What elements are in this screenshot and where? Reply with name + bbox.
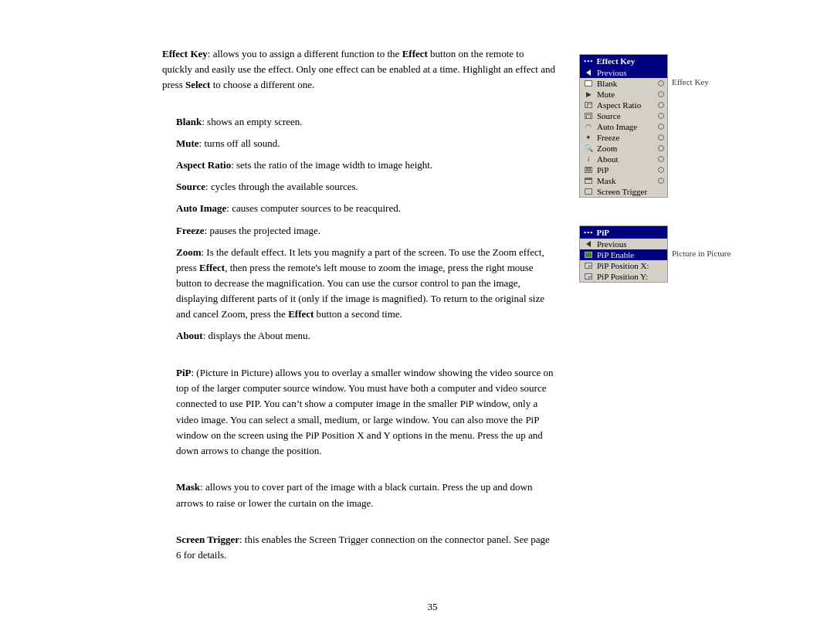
aspect-ratio-text: : sets the ratio of the image width to i… bbox=[231, 159, 432, 171]
pip-posy-label: PiP Position Y: bbox=[597, 272, 648, 281]
mask-radio bbox=[658, 178, 664, 184]
pip-menu-item-previous[interactable]: Previous bbox=[580, 239, 667, 249]
pip-menu-icon bbox=[583, 165, 594, 175]
menu-item-zoom[interactable]: 🔍 Zoom bbox=[580, 143, 667, 154]
previous-label: Previous bbox=[597, 68, 627, 77]
pip-radio bbox=[658, 167, 664, 173]
pip-posx-label: PiP Position X: bbox=[597, 261, 649, 270]
menu-dots: ••• bbox=[584, 57, 593, 65]
blank-bold: Blank bbox=[176, 116, 202, 127]
mask-bold: Mask bbox=[176, 481, 200, 493]
page-number: 35 bbox=[162, 601, 703, 613]
pip-arrow-left-icon bbox=[583, 239, 594, 249]
pip-menu: ••• PiP Previous bbox=[579, 225, 668, 283]
mute-text: : turns off all sound. bbox=[199, 137, 280, 149]
source-text: : cycles through the available sources. bbox=[205, 181, 358, 192]
pip-menu-item-posy[interactable]: PiP Position Y: bbox=[580, 271, 667, 282]
screen-trigger-bold: Screen Trigger bbox=[176, 534, 239, 545]
screentrigger-menu-label: Screen Trigger bbox=[597, 187, 647, 196]
about-bold: About bbox=[176, 330, 203, 341]
pip-side-label: Picture in Picture bbox=[672, 249, 731, 258]
pipposy-icon bbox=[583, 272, 594, 281]
auto-image-text: : causes computer sources to be reacquir… bbox=[226, 202, 401, 214]
freeze-bold: Freeze bbox=[176, 225, 205, 236]
blank-text: : shows an empty screen. bbox=[202, 116, 302, 127]
menu-item-aspect[interactable]: Aspect Ratio bbox=[580, 100, 667, 110]
menu-item-freeze[interactable]: ✦ Freeze bbox=[580, 132, 667, 143]
aspect-icon bbox=[583, 100, 594, 110]
mask-menu-label: Mask bbox=[597, 176, 615, 185]
aspect-ratio-bold: Aspect Ratio bbox=[176, 159, 231, 171]
zoom-menu-label: Zoom bbox=[597, 144, 617, 153]
autoimage-radio bbox=[658, 124, 664, 130]
zoom-radio bbox=[658, 145, 664, 151]
pipposx-icon bbox=[583, 261, 594, 270]
mute-menu-label: Mute bbox=[597, 90, 615, 99]
pip-menu-title: ••• PiP bbox=[580, 226, 667, 239]
zoom-icon: 🔍 bbox=[583, 144, 594, 153]
right-column: ••• Effect Key Previous bbox=[579, 46, 703, 295]
arrow-left-icon bbox=[583, 68, 594, 77]
blank-menu-label: Blank bbox=[597, 79, 617, 88]
menu-item-mask[interactable]: Mask bbox=[580, 175, 667, 186]
pip-menu-label: PiP bbox=[597, 165, 609, 175]
mask-text: : allows you to cover part of the image … bbox=[176, 481, 532, 508]
pip-menu-box: ••• PiP Previous bbox=[579, 225, 668, 283]
effect-key-title-label: Effect Key bbox=[596, 56, 635, 66]
effect-key-side-label: Effect Key bbox=[672, 77, 709, 86]
pipenable-icon bbox=[583, 250, 594, 259]
about-text: : displays the About menu. bbox=[203, 330, 310, 341]
blank-icon bbox=[583, 79, 594, 88]
pip-menu-wrapper: ••• PiP Previous bbox=[579, 225, 703, 295]
pip-title-label: PiP bbox=[596, 228, 609, 237]
menu-item-source[interactable]: Source bbox=[580, 110, 667, 121]
effect-key-menu-title: ••• Effect Key bbox=[580, 55, 667, 67]
source-icon bbox=[583, 111, 594, 120]
screentrigger-icon bbox=[583, 187, 594, 196]
menu-item-autoimage[interactable]: ◠ Auto Image bbox=[580, 121, 667, 132]
effect-key-intro: : allows you to assign a different funct… bbox=[162, 48, 555, 90]
about-menu-label: About bbox=[597, 154, 619, 164]
menu-item-pip[interactable]: PiP bbox=[580, 164, 667, 175]
menu-item-mute[interactable]: ▶ Mute bbox=[580, 89, 667, 100]
pip-bold: PiP bbox=[176, 367, 192, 378]
freeze-menu-label: Freeze bbox=[597, 133, 619, 142]
auto-image-bold: Auto Image bbox=[176, 202, 226, 214]
menu-item-about[interactable]: i About bbox=[580, 154, 667, 164]
freeze-text: : pauses the projected image. bbox=[205, 225, 321, 236]
source-bold: Source bbox=[176, 181, 205, 192]
pip-previous-label: Previous bbox=[597, 239, 627, 249]
source-menu-label: Source bbox=[597, 111, 621, 120]
blank-radio bbox=[658, 80, 664, 86]
freeze-icon: ✦ bbox=[583, 133, 594, 142]
zoom-text: : Is the default effect. It lets you mag… bbox=[176, 246, 544, 320]
menu-item-previous[interactable]: Previous bbox=[580, 67, 667, 78]
mute-radio bbox=[658, 91, 664, 97]
text-column: Effect Key: allows you to assign a diffe… bbox=[162, 46, 556, 570]
pip-menu-item-posx[interactable]: PiP Position X: bbox=[580, 260, 667, 271]
autoimage-menu-label: Auto Image bbox=[597, 122, 637, 131]
info-icon: i bbox=[583, 154, 594, 164]
zoom-bold: Zoom bbox=[176, 246, 202, 258]
aspect-menu-label: Aspect Ratio bbox=[597, 100, 641, 110]
effect-key-menu: ••• Effect Key Previous bbox=[579, 54, 668, 198]
mute-bold: Mute bbox=[176, 137, 199, 149]
autoimage-icon: ◠ bbox=[583, 122, 594, 131]
effect-key-menu-wrapper: ••• Effect Key Previous bbox=[579, 54, 703, 210]
effect-key-bold: Effect Key bbox=[162, 48, 208, 59]
mute-icon: ▶ bbox=[583, 90, 594, 99]
mask-icon bbox=[583, 176, 594, 185]
about-radio bbox=[658, 156, 664, 162]
pip-menu-item-enable[interactable]: PiP Enable bbox=[580, 249, 667, 260]
pip-text: : (Picture in Picture) allows you to ove… bbox=[176, 367, 553, 456]
menu-item-blank[interactable]: Blank bbox=[580, 78, 667, 89]
effect-key-menu-box: ••• Effect Key Previous bbox=[579, 54, 668, 198]
menu-item-screentrigger[interactable]: Screen Trigger bbox=[580, 186, 667, 197]
pip-menu-dots: ••• bbox=[584, 229, 593, 236]
aspect-radio bbox=[658, 102, 664, 108]
freeze-radio bbox=[658, 134, 664, 141]
source-radio bbox=[658, 113, 664, 119]
pip-enable-label: PiP Enable bbox=[597, 250, 634, 259]
